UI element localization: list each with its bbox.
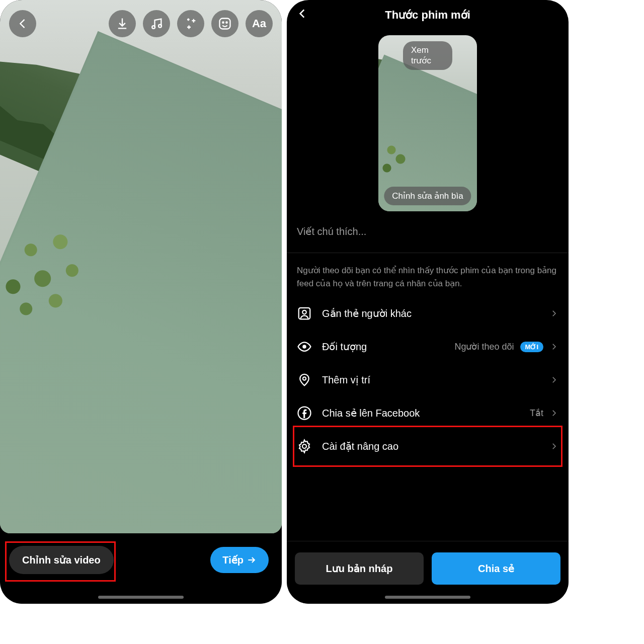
- facebook-icon: [297, 406, 312, 421]
- effects-button[interactable]: [177, 10, 204, 37]
- row-tag-people[interactable]: Gắn thẻ người khác: [287, 297, 569, 330]
- share-bottom-bar: Lưu bản nháp Chia sẻ: [287, 541, 569, 604]
- row-label: Chia sẻ lên Facebook: [322, 407, 520, 419]
- audience-value: Người theo dõi: [454, 341, 514, 352]
- audience-trail: Người theo dõi MỚI: [454, 341, 558, 352]
- new-badge: MỚI: [520, 342, 543, 352]
- tag-people-icon: [297, 306, 312, 321]
- chevron-left-icon: [296, 7, 309, 20]
- eye-icon: [297, 339, 312, 354]
- next-label: Tiếp: [222, 554, 244, 566]
- music-icon: [149, 17, 164, 31]
- facebook-value: Tắt: [530, 408, 543, 419]
- chevron-left-icon: [16, 17, 30, 31]
- row-location[interactable]: Thêm vị trí: [287, 363, 569, 396]
- chevron-right-icon: [549, 342, 558, 351]
- cover-preview[interactable]: Xem trước Chỉnh sửa ảnh bìa: [378, 35, 477, 211]
- svg-rect-5: [299, 308, 310, 319]
- next-button[interactable]: Tiếp: [210, 547, 269, 573]
- svg-point-10: [302, 444, 306, 448]
- music-button[interactable]: [143, 10, 170, 37]
- video-preview[interactable]: Aa: [0, 0, 282, 533]
- back-button[interactable]: [9, 10, 36, 37]
- page-title: Thước phim mới: [385, 9, 470, 22]
- back-button[interactable]: [296, 7, 309, 23]
- svg-point-3: [222, 22, 223, 23]
- phone-screen-editor: Aa Chỉnh sửa video Tiếp: [0, 0, 282, 604]
- audience-info-text: Người theo dõi bạn có thể nhìn thấy thướ…: [287, 253, 569, 297]
- download-button[interactable]: [109, 10, 136, 37]
- svg-point-7: [302, 345, 306, 349]
- share-button[interactable]: Chia sẻ: [432, 552, 560, 585]
- edit-cover-button[interactable]: Chỉnh sửa ảnh bìa: [384, 187, 471, 205]
- svg-rect-2: [220, 19, 230, 29]
- svg-point-6: [302, 310, 306, 314]
- share-header: Thước phim mới: [287, 0, 569, 30]
- home-indicator: [385, 596, 470, 599]
- chevron-right-icon: [549, 309, 558, 318]
- text-button[interactable]: Aa: [246, 10, 273, 37]
- sticker-icon: [218, 17, 232, 31]
- svg-point-0: [152, 26, 155, 29]
- text-icon: Aa: [252, 17, 266, 30]
- options-list: Gắn thẻ người khác Đối tượng Người theo …: [287, 297, 569, 463]
- edit-video-button[interactable]: Chỉnh sửa video: [9, 546, 114, 574]
- row-label: Đối tượng: [322, 341, 444, 353]
- download-icon: [115, 17, 129, 31]
- chevron-right-icon: [549, 375, 558, 384]
- svg-point-1: [158, 25, 162, 28]
- row-label: Gắn thẻ người khác: [322, 307, 539, 319]
- location-icon: [297, 372, 312, 387]
- editor-toolbar: Aa: [0, 10, 282, 37]
- gear-icon: [297, 439, 312, 454]
- row-label: Cài đặt nâng cao: [322, 440, 539, 452]
- svg-point-4: [226, 22, 227, 23]
- row-advanced-settings[interactable]: Cài đặt nâng cao: [287, 430, 569, 463]
- chevron-right-icon: [549, 409, 558, 418]
- arrow-right-icon: [247, 555, 257, 565]
- row-audience[interactable]: Đối tượng Người theo dõi MỚI: [287, 330, 569, 363]
- sticker-button[interactable]: [211, 10, 238, 37]
- facebook-trail: Tắt: [530, 408, 558, 419]
- phone-screen-share: Thước phim mới Xem trước Chỉnh sửa ảnh b…: [287, 0, 569, 604]
- preview-button[interactable]: Xem trước: [403, 41, 452, 70]
- svg-point-8: [303, 377, 306, 380]
- save-draft-button[interactable]: Lưu bản nháp: [295, 552, 424, 585]
- chevron-right-icon: [549, 442, 558, 451]
- sparkle-icon: [184, 17, 198, 31]
- home-indicator: [98, 596, 184, 599]
- row-label: Thêm vị trí: [322, 374, 539, 386]
- caption-input[interactable]: Viết chú thích...: [287, 225, 569, 253]
- row-facebook[interactable]: Chia sẻ lên Facebook Tắt: [287, 396, 569, 430]
- editor-bottom-bar: Chỉnh sửa video Tiếp: [0, 533, 282, 604]
